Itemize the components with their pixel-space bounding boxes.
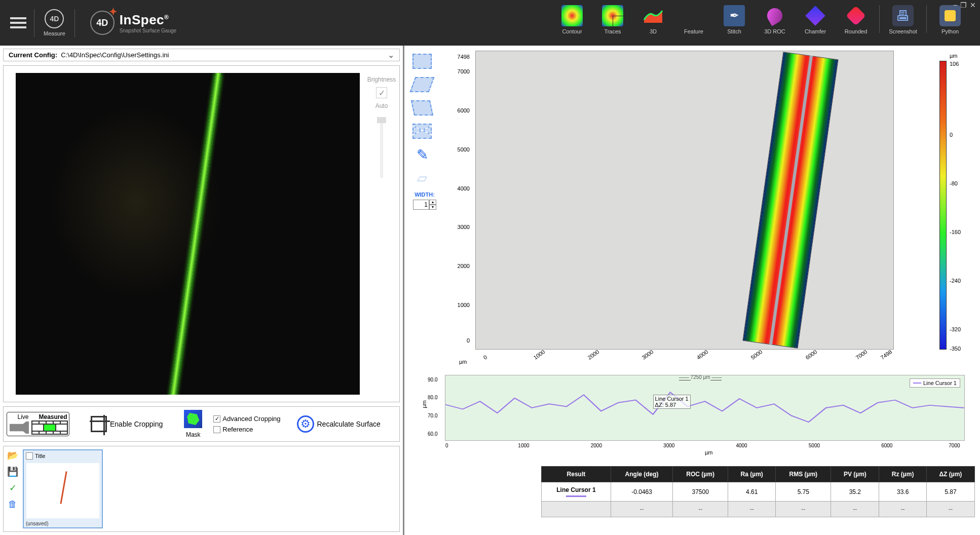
measurement-controls: LiveMeasured Enable Cropping Mask	[3, 406, 400, 442]
x-axis: 0 1000 2000 3000 4000 5000 6000 7000 749…	[475, 352, 894, 375]
toolbar-traces[interactable]: Traces	[593, 5, 632, 34]
advanced-cropping-checkbox[interactable]: ✓Advanced Cropping	[213, 415, 280, 423]
col-angle: Angle (deg)	[611, 467, 672, 482]
col-rms: RMS (µm)	[776, 467, 831, 482]
measurement-thumbnail[interactable]: Title (unsaved)	[23, 449, 103, 528]
thumbnail-checkbox[interactable]	[26, 452, 33, 460]
trace-y-label: µm	[421, 400, 427, 408]
enable-cropping-button[interactable]: Enable Cropping	[91, 416, 163, 432]
draw-toolbar: ✎ ▱ WIDTH: ▴▾	[409, 51, 440, 375]
toolbar-rounded[interactable]: Rounded	[836, 5, 876, 34]
divider	[926, 5, 927, 33]
pencil-icon: ✎	[417, 146, 428, 163]
config-dropdown[interactable]: Current Config: C:\4D\InSpec\Config\User…	[3, 49, 400, 61]
thumbnail-preview	[26, 463, 99, 518]
col-dz: ΔZ (µm)	[926, 467, 974, 482]
confirm-button[interactable]: ✓	[7, 482, 19, 494]
toolbar-3d[interactable]: 3D	[633, 5, 673, 34]
toolbar-feature[interactable]: Feature	[674, 5, 713, 34]
window-controls: − ❐ ✕	[953, 1, 976, 9]
trace-plot[interactable]: —— 7250 µm —— Line Cursor 1 Line Cursor …	[445, 375, 965, 441]
left-panel: Current Config: C:\4D\InSpec\Config\User…	[0, 46, 404, 535]
results-table: Result Angle (deg) ROC (µm) Ra (µm) RMS …	[541, 466, 975, 517]
width-stepper[interactable]: ▴▾	[409, 200, 440, 210]
config-label: Current Config:	[9, 51, 57, 59]
measure-icon: 4D	[45, 9, 64, 28]
delete-button[interactable]: 🗑	[7, 498, 19, 510]
live-measured-toggle[interactable]: LiveMeasured	[7, 412, 69, 436]
menu-button[interactable]	[10, 15, 26, 31]
divider	[34, 9, 34, 37]
maximize-button[interactable]: ❐	[960, 1, 967, 9]
trace-x-label: µm	[705, 449, 713, 455]
save-button[interactable]: 💾	[7, 466, 19, 478]
app-logo: 4D✦ InSpec® Snapshot Surface Gauge	[90, 11, 176, 35]
trace-legend: Line Cursor 1	[910, 378, 960, 388]
logo-badge: 4D✦	[90, 11, 115, 35]
colorbar: µm 106 0 -80 -160 -240 -320 -350	[934, 51, 975, 375]
reference-checkbox[interactable]: Reference	[213, 426, 280, 433]
main-toolbar: Contour Traces 3D Feature ✒Stitch 3D ROC…	[552, 5, 970, 34]
recalculate-button[interactable]: ⚙ Recalculate Surface	[297, 415, 381, 433]
parallelogram-tool-1[interactable]	[409, 74, 435, 95]
table-row[interactable]: Line Cursor 1 -0.046337500 4.615.75 35.2…	[542, 482, 975, 502]
col-rz: Rz (µm)	[879, 467, 926, 482]
divider	[879, 5, 880, 33]
col-result: Result	[542, 467, 611, 482]
open-folder-button[interactable]: 📂	[7, 449, 19, 462]
measurement-gallery: 📂 💾 ✓ 🗑 Title (unsaved)	[3, 446, 400, 532]
eraser-tool[interactable]: ▱	[409, 167, 435, 188]
app-header: 4D Measure 4D✦ InSpec® Snapshot Surface …	[0, 0, 980, 46]
toolbar-stitch[interactable]: ✒Stitch	[714, 5, 754, 34]
brightness-auto-checkbox[interactable]: ✓	[376, 87, 387, 98]
table-row[interactable]: ---- ---- ---- --	[542, 502, 975, 517]
crop-icon	[91, 416, 107, 432]
measure-button[interactable]: 4D Measure	[44, 9, 65, 36]
cross-tool[interactable]	[409, 121, 435, 142]
toolbar-python[interactable]: Python	[930, 5, 970, 34]
divider	[74, 9, 75, 37]
brightness-panel: Brightness ✓ Auto	[364, 66, 399, 402]
eraser-icon: ▱	[417, 170, 427, 186]
pencil-tool[interactable]: ✎	[409, 144, 435, 165]
film-icon	[31, 421, 68, 435]
camera-viewer: Brightness ✓ Auto	[3, 65, 400, 402]
brightness-auto-label: Auto	[364, 102, 399, 109]
minimize-button[interactable]: −	[953, 1, 957, 9]
thumbnail-title-label: Title	[35, 453, 45, 459]
brightness-label: Brightness	[364, 76, 399, 83]
brightness-slider[interactable]	[380, 117, 383, 178]
col-pv: PV (µm)	[831, 467, 879, 482]
toolbar-3droc[interactable]: 3D ROC	[755, 5, 795, 34]
close-button[interactable]: ✕	[970, 1, 976, 9]
chevron-down-icon[interactable]: ⌄	[388, 50, 394, 60]
width-up[interactable]: ▴	[429, 200, 436, 205]
measure-label: Measure	[44, 30, 65, 36]
width-input[interactable]	[413, 200, 429, 210]
width-down[interactable]: ▾	[429, 205, 436, 210]
contour-plot[interactable]: 7498 7000 6000 5000 4000 3000 2000 1000 …	[445, 51, 934, 375]
gear-icon: ⚙	[297, 415, 314, 433]
toolbar-screenshot[interactable]: 🖶Screenshot	[883, 5, 923, 34]
rect-tool[interactable]	[409, 51, 435, 72]
trace-cursor-info: Line Cursor 1ΔZ: 5.87	[653, 395, 691, 409]
right-panel: ✎ ▱ WIDTH: ▴▾ 7498 7000 6000 5000 40	[404, 46, 980, 535]
mask-icon	[184, 410, 202, 428]
y-axis: 7498 7000 6000 5000 4000 3000 2000 1000 …	[445, 51, 473, 350]
parallelogram-tool-2[interactable]	[409, 97, 435, 119]
config-path: C:\4D\InSpec\Config\UserSettings.ini	[61, 51, 169, 59]
col-roc: ROC (µm)	[673, 467, 728, 482]
col-ra: Ra (µm)	[728, 467, 776, 482]
width-label: WIDTH:	[409, 192, 440, 198]
axis-unit-label: µm	[459, 359, 467, 365]
camera-image[interactable]	[16, 73, 360, 395]
toolbar-chamfer[interactable]: Chamfer	[796, 5, 835, 34]
toolbar-contour[interactable]: Contour	[552, 5, 592, 34]
mask-button[interactable]: Mask	[184, 410, 202, 438]
thumbnail-status: (unsaved)	[26, 521, 48, 526]
camera-icon	[10, 422, 29, 434]
